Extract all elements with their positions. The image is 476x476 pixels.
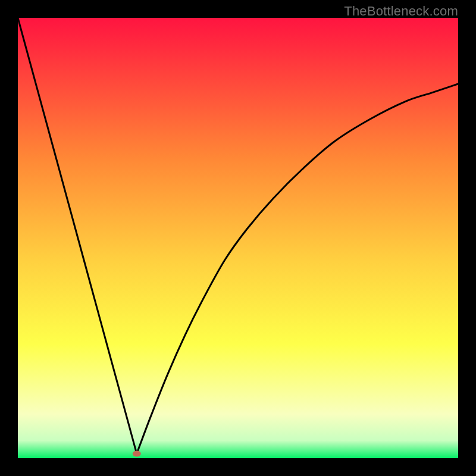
watermark-text: TheBottleneck.com — [344, 4, 458, 19]
chart-svg — [18, 18, 458, 458]
minimum-marker — [133, 451, 141, 457]
gradient-background — [18, 18, 458, 458]
chart-frame — [18, 18, 458, 458]
